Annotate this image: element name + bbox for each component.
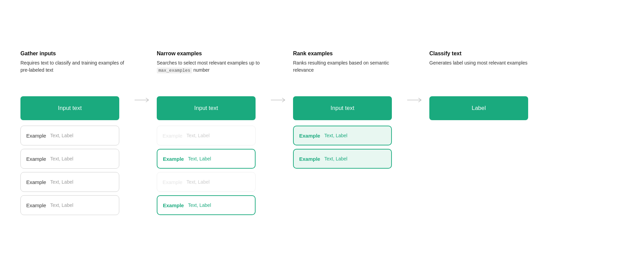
gather-ex1-value: Text, Label — [50, 133, 73, 138]
stage-gather: Gather inputs Requires text to classify … — [20, 51, 129, 218]
stage-classify-title: Classify text — [429, 51, 527, 57]
stage-rank-header: Rank examples Ranks resulting examples b… — [293, 51, 402, 88]
rank-example-2: Example Text, Label — [293, 149, 392, 169]
stage-gather-title: Gather inputs — [20, 51, 129, 57]
gather-ex1-label: Example — [26, 133, 46, 139]
stage-narrow-title: Narrow examples — [157, 51, 266, 57]
gather-ex3-value: Text, Label — [50, 179, 73, 185]
arrow-3 — [402, 51, 429, 103]
diagram: Gather inputs Requires text to classify … — [0, 37, 644, 232]
gather-example-1: Example Text, Label — [20, 126, 119, 145]
rank-ex2-value: Text, Label — [324, 156, 348, 161]
narrow-example-1: Example Text, Label — [157, 126, 256, 145]
gather-ex2-label: Example — [26, 156, 46, 162]
gather-ex4-label: Example — [26, 202, 46, 208]
stage-classify-header: Classify text Generates label using most… — [429, 51, 527, 88]
narrow-ex3-label: Example — [163, 179, 182, 185]
stage-narrow-desc: Searches to select most relevant example… — [157, 59, 266, 74]
rank-ex1-label: Example — [299, 133, 320, 139]
narrow-input-label: Input text — [194, 105, 218, 112]
gather-example-2: Example Text, Label — [20, 149, 119, 169]
rank-input-box: Input text — [293, 96, 392, 120]
stage-rank: Rank examples Ranks resulting examples b… — [293, 51, 402, 172]
narrow-ex2-value: Text, Label — [188, 156, 211, 161]
rank-example-1: Example Text, Label — [293, 126, 392, 145]
arrow-1 — [129, 51, 157, 103]
gather-input-label: Input text — [58, 105, 82, 112]
narrow-example-2: Example Text, Label — [157, 149, 256, 169]
rank-input-label: Input text — [331, 105, 354, 112]
stage-classify: Classify text Generates label using most… — [429, 51, 538, 120]
narrow-ex1-label: Example — [163, 133, 182, 139]
stage-rank-desc: Ranks resulting examples based on semant… — [293, 59, 402, 74]
arrow-3-icon — [407, 97, 424, 103]
stage-narrow-header: Narrow examples Searches to select most … — [157, 51, 266, 88]
narrow-example-3: Example Text, Label — [157, 172, 256, 192]
rank-ex2-label: Example — [299, 156, 320, 162]
arrow-1-icon — [135, 97, 152, 103]
narrow-ex3-value: Text, Label — [186, 179, 210, 185]
classify-output-label: Label — [472, 105, 486, 112]
narrow-ex4-value: Text, Label — [188, 202, 211, 208]
gather-example-3: Example Text, Label — [20, 172, 119, 192]
narrow-ex1-value: Text, Label — [186, 133, 210, 138]
gather-ex4-value: Text, Label — [50, 202, 73, 208]
gather-ex3-label: Example — [26, 179, 46, 185]
arrow-2-icon — [271, 97, 288, 103]
narrow-ex4-label: Example — [163, 202, 184, 208]
stage-gather-header: Gather inputs Requires text to classify … — [20, 51, 129, 88]
classify-output-box: Label — [429, 96, 528, 120]
narrow-input-box: Input text — [157, 96, 256, 120]
rank-ex1-value: Text, Label — [324, 133, 348, 138]
stage-gather-desc: Requires text to classify and training e… — [20, 59, 129, 74]
gather-example-4: Example Text, Label — [20, 195, 119, 215]
narrow-code: max_examples — [157, 68, 192, 73]
stage-rank-title: Rank examples — [293, 51, 402, 57]
stage-classify-desc: Generates label using most relevant exam… — [429, 59, 527, 67]
narrow-example-4: Example Text, Label — [157, 195, 256, 215]
arrow-2 — [266, 51, 293, 103]
narrow-ex2-label: Example — [163, 156, 184, 162]
gather-ex2-value: Text, Label — [50, 156, 73, 161]
stage-narrow: Narrow examples Searches to select most … — [157, 51, 266, 218]
gather-input-box: Input text — [20, 96, 119, 120]
